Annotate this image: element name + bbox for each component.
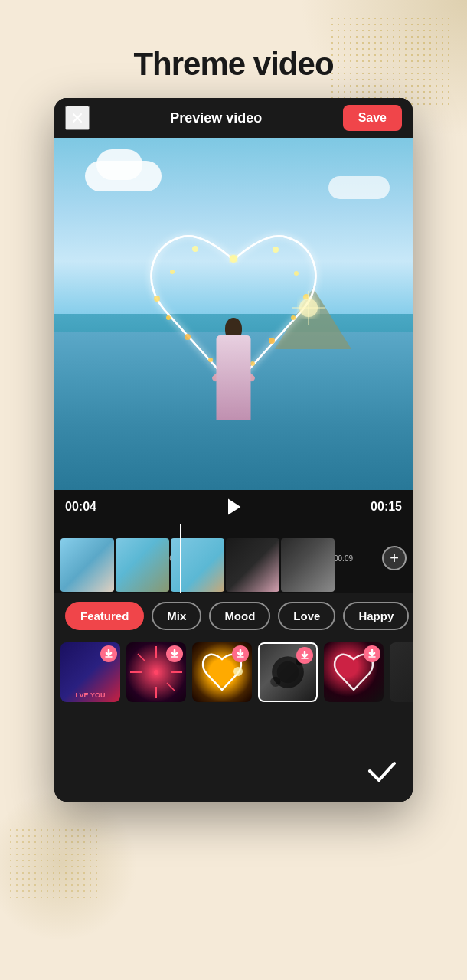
play-icon xyxy=(223,496,244,518)
download-badge-1 xyxy=(100,645,117,662)
svg-point-28 xyxy=(234,667,243,676)
confirm-button[interactable] xyxy=(362,751,402,791)
category-featured[interactable]: Featured xyxy=(65,602,144,630)
svg-point-9 xyxy=(269,338,275,344)
thumb-1 xyxy=(60,538,114,592)
effect-item-2[interactable] xyxy=(126,642,186,702)
header-bar: path{stroke:white;stroke-width:2.5;strok… xyxy=(54,98,413,138)
video-preview xyxy=(54,138,413,490)
svg-point-33 xyxy=(270,677,280,687)
current-time: 00:04 xyxy=(65,500,96,514)
header-title: Preview video xyxy=(170,110,262,126)
category-mix[interactable]: Mix xyxy=(152,602,201,630)
add-clip-button[interactable]: + xyxy=(382,546,407,570)
svg-point-26 xyxy=(154,670,158,675)
ts-label-3: 00:09 xyxy=(334,554,353,563)
svg-line-24 xyxy=(138,654,145,662)
bottom-area xyxy=(54,710,413,802)
effect-item-5[interactable] xyxy=(324,642,384,702)
close-button[interactable]: path{stroke:white;stroke-width:2.5;strok… xyxy=(65,106,90,130)
person-body xyxy=(217,335,251,420)
download-badge-3 xyxy=(232,645,249,662)
save-button[interactable]: Save xyxy=(343,105,402,131)
person-figure xyxy=(207,297,260,420)
timeline-controls: 00:04 00:15 xyxy=(54,490,413,524)
svg-line-25 xyxy=(167,683,175,691)
download-badge-4 xyxy=(296,647,313,664)
effect-item-1[interactable]: I VE YOU xyxy=(60,642,120,702)
checkmark-icon xyxy=(365,754,399,788)
video-cloud-1 xyxy=(85,161,162,191)
download-badge-2 xyxy=(166,645,183,662)
svg-point-10 xyxy=(291,315,296,320)
effects-row: I VE YOU xyxy=(54,639,413,710)
category-happy[interactable]: Happy xyxy=(343,602,409,630)
category-mood[interactable]: Mood xyxy=(209,602,270,630)
svg-point-5 xyxy=(185,334,191,340)
svg-point-4 xyxy=(166,315,171,320)
effect-item-6[interactable]: ● xyxy=(390,642,413,702)
page-title-area: Threme video xyxy=(0,0,467,98)
page-title: Threme video xyxy=(0,46,467,83)
thumb-4 xyxy=(226,538,279,592)
play-button[interactable] xyxy=(220,493,247,521)
thumb-2 xyxy=(116,538,169,592)
categories-bar: Featured Mix Mood Love Happy xyxy=(54,593,413,639)
svg-point-2 xyxy=(170,270,175,274)
svg-point-13 xyxy=(273,247,279,253)
close-icon: path{stroke:white;stroke-width:2.5;strok… xyxy=(70,110,85,126)
thumb-5 xyxy=(281,538,335,592)
app-container: path{stroke:white;stroke-width:2.5;strok… xyxy=(54,98,413,802)
svg-point-1 xyxy=(192,246,198,252)
total-time: 00:15 xyxy=(371,500,402,514)
svg-point-3 xyxy=(154,296,160,302)
download-badge-5 xyxy=(364,645,380,662)
svg-point-0 xyxy=(230,255,237,263)
thumb-3 xyxy=(171,538,224,592)
svg-marker-17 xyxy=(228,499,240,515)
playhead xyxy=(180,524,181,593)
category-love[interactable]: Love xyxy=(278,602,335,630)
filmstrip[interactable]: 00:00 00:03 00:06 00:09 + xyxy=(54,524,413,593)
svg-point-12 xyxy=(294,271,299,276)
effect-item-4[interactable] xyxy=(258,642,318,702)
effect-item-3[interactable] xyxy=(192,642,252,702)
